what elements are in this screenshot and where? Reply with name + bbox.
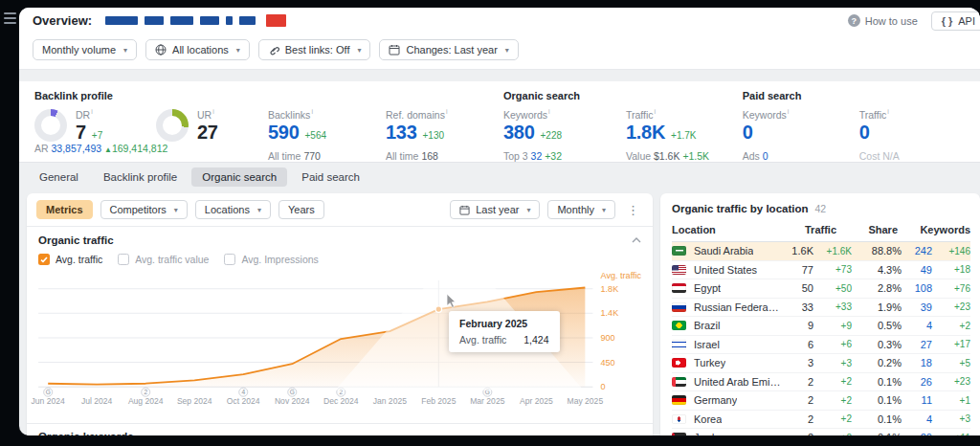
competitors-dropdown[interactable]: Competitors▾: [100, 200, 188, 219]
keywords-value[interactable]: 27: [902, 339, 932, 350]
ur-metric: URi 27: [156, 108, 268, 162]
locations-dropdown[interactable]: Locations▾: [195, 200, 271, 219]
tab-backlink-profile[interactable]: Backlink profile: [93, 167, 188, 187]
monthly-volume-dropdown[interactable]: Monthly volume▾: [33, 39, 137, 60]
traffic-change: +2: [813, 413, 852, 424]
organic-keywords-title: Organic keywords: [38, 431, 134, 435]
how-to-use-link[interactable]: ? How to use: [848, 14, 918, 27]
table-row-jo[interactable]: Jordan2+20.1%20+11: [672, 429, 970, 435]
traffic-value: 1.6K: [781, 245, 813, 256]
unchecked-checkbox-icon: [224, 254, 235, 265]
chevron-down-icon: ▾: [257, 206, 261, 214]
paid-traffic-metric: Traffici 0 Cost N/A: [859, 108, 900, 162]
table-row-us[interactable]: United States77+734.3%49+18: [672, 261, 970, 280]
app-window: Overview: ? How to use { } API Monthly v…: [19, 8, 980, 435]
keywords-value[interactable]: 108: [902, 282, 932, 294]
info-icon: i: [446, 108, 448, 115]
location-cell: Egypt: [672, 282, 781, 294]
traffic-change: +73: [813, 264, 852, 275]
tab-general[interactable]: General: [29, 167, 89, 187]
keywords-value[interactable]: 242: [902, 245, 932, 256]
keywords-change: +5: [932, 358, 970, 368]
years-button[interactable]: Years: [278, 200, 324, 219]
table-row-de[interactable]: Germany2+20.1%11+1: [672, 391, 970, 411]
table-row-br[interactable]: Brazil9+90.5%4+2: [672, 317, 970, 336]
best-links-dropdown[interactable]: Best links: Off▾: [258, 39, 371, 60]
table-row-il[interactable]: Israel6+60.3%27+17: [672, 336, 970, 355]
share-value: 0.3%: [852, 339, 902, 350]
traffic-value: 2: [781, 376, 813, 388]
svg-text:Feb 2025: Feb 2025: [421, 396, 456, 406]
keywords-value[interactable]: 11: [902, 394, 932, 406]
svg-text:Jan 2025: Jan 2025: [373, 396, 407, 406]
share-value: 2.8%: [852, 282, 902, 294]
traffic-value: 9: [781, 320, 813, 331]
granularity-dropdown[interactable]: Monthly▾: [547, 200, 615, 219]
unchecked-checkbox-icon: [118, 254, 129, 265]
svg-text:G: G: [485, 389, 490, 395]
traffic-change: +2: [813, 376, 852, 387]
chevron-down-icon: ▾: [123, 46, 127, 55]
keywords-value[interactable]: 39: [902, 301, 932, 313]
collapse-chevron-icon[interactable]: [632, 237, 641, 243]
checkbox-avg-traffic-value[interactable]: Avg. traffic value: [118, 254, 209, 265]
flag-icon-jo: [672, 433, 686, 435]
traffic-change: +50: [813, 283, 852, 294]
organic-traffic-value[interactable]: 1.8K: [626, 122, 665, 144]
link-icon: [268, 44, 279, 56]
tab-paid-search[interactable]: Paid search: [291, 167, 370, 187]
api-button[interactable]: { } API: [931, 11, 980, 31]
tab-organic-search[interactable]: Organic search: [191, 167, 287, 187]
checkbox-avg-impressions[interactable]: Avg. Impressions: [224, 254, 318, 265]
organic-search-card: Metrics Competitors▾ Locations▾ Years La…: [27, 193, 653, 435]
info-icon: i: [788, 108, 790, 115]
location-count: 42: [815, 203, 827, 214]
ref-domains-value[interactable]: 133: [386, 122, 416, 144]
traffic-change: +2: [813, 395, 852, 406]
paid-traffic-value[interactable]: 0: [859, 122, 870, 144]
menu-icon[interactable]: [4, 12, 16, 24]
flag-icon-us: [672, 265, 686, 275]
checked-checkbox-icon: [38, 254, 50, 265]
keywords-value[interactable]: 4: [902, 413, 932, 425]
share-value: 0.1%: [852, 413, 902, 425]
checkbox-avg-traffic[interactable]: Avg. traffic: [38, 254, 102, 265]
metrics-button[interactable]: Metrics: [36, 200, 93, 219]
keywords-value[interactable]: 20: [902, 432, 932, 435]
braces-icon: { }: [942, 15, 953, 27]
keywords-value[interactable]: 18: [902, 357, 932, 368]
table-row-sa[interactable]: Saudi Arabia1.6K+1.6K88.8%242+146: [672, 242, 970, 261]
up-arrow-icon: ▲: [104, 145, 112, 154]
metrics-panel: Backlink profile DRi 7+7: [19, 81, 980, 163]
keywords-value[interactable]: 4: [902, 320, 932, 331]
table-row-ru[interactable]: Russian Federation33+331.9%39+23: [672, 299, 970, 318]
share-value: 0.1%: [852, 394, 902, 406]
share-value: 4.3%: [852, 264, 902, 276]
date-range-dropdown[interactable]: Last year▾: [450, 200, 540, 219]
svg-text:Dec 2024: Dec 2024: [323, 396, 359, 406]
calendar-icon: [389, 44, 400, 56]
keywords-value[interactable]: 49: [902, 264, 932, 276]
share-value: 0.5%: [852, 320, 902, 331]
svg-text:2: 2: [339, 389, 343, 395]
table-row-kr[interactable]: Korea2+20.1%4+3: [672, 411, 970, 430]
globe-icon: [155, 44, 167, 56]
table-row-eg[interactable]: Egypt50+502.8%108+76: [672, 279, 970, 299]
changes-dropdown[interactable]: Changes: Last year▾: [379, 39, 518, 60]
paid-keywords-value[interactable]: 0: [743, 122, 753, 144]
table-row-tr[interactable]: Turkey3+30.2%18+5: [672, 354, 970, 373]
info-icon: i: [655, 108, 657, 115]
organic-keywords-value[interactable]: 380: [503, 122, 534, 144]
organic-traffic-chart[interactable]: Avg. traffic1.8K1.4K9004500Jun 2024Jul 2…: [27, 267, 653, 421]
keywords-change: +2: [932, 321, 970, 331]
chart-toolbar: Metrics Competitors▾ Locations▾ Years La…: [27, 193, 653, 227]
svg-text:G: G: [46, 389, 51, 395]
page-title: Overview:: [33, 13, 92, 28]
table-row-ae[interactable]: United Arab Emirates2+20.1%26+23: [672, 373, 970, 392]
more-options-icon[interactable]: ⋮: [623, 203, 643, 217]
keywords-value[interactable]: 26: [902, 376, 932, 388]
ref-domains-metric: Ref. domainsi 133+130 All time 168: [386, 108, 503, 162]
all-locations-dropdown[interactable]: All locations▾: [145, 39, 250, 60]
location-table-title: Organic traffic by location: [672, 203, 809, 214]
backlinks-value[interactable]: 590: [268, 122, 299, 144]
